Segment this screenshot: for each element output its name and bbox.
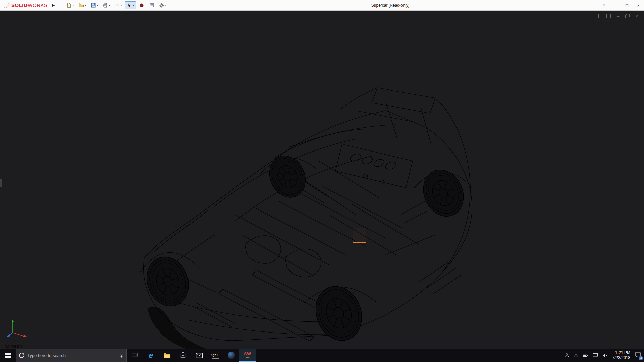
- taskbar-app-mail[interactable]: [191, 349, 207, 362]
- system-tray: 1:21 PM 7/23/2018 3: [561, 349, 644, 362]
- new-document-icon: [66, 3, 72, 8]
- options-dropdown-caret-icon[interactable]: ▾: [165, 4, 166, 7]
- print-dropdown-caret-icon[interactable]: ▾: [109, 4, 110, 7]
- wireframe-car-model: [0, 11, 644, 349]
- clock-time: 1:21 PM: [612, 350, 630, 355]
- sphere-app-icon: [228, 352, 235, 359]
- solidworks-wordmark: SOLIDWORKS: [11, 2, 48, 8]
- orientation-triad-icon: [6, 318, 30, 339]
- edge-icon: e: [149, 351, 153, 359]
- open-dropdown-caret-icon[interactable]: ▾: [85, 4, 86, 7]
- save-dropdown-caret-icon[interactable]: ▾: [97, 4, 98, 7]
- microphone-icon[interactable]: [119, 353, 124, 358]
- selection-rubber-band: [353, 228, 366, 243]
- display-pane-icon[interactable]: [606, 14, 611, 18]
- hidden-icons-chevron-icon[interactable]: [574, 354, 578, 357]
- gear-icon: [159, 3, 164, 8]
- windows-logo-icon: [5, 353, 11, 358]
- taskbar-app-solidworks-2017[interactable]: SW 2017: [239, 349, 256, 362]
- people-icon[interactable]: [564, 353, 569, 358]
- view-orientation-label: *Dimetric: [4, 344, 23, 349]
- search-input[interactable]: [27, 353, 117, 358]
- cortana-icon: [19, 353, 24, 358]
- select-tool-button[interactable]: ▾: [125, 1, 136, 9]
- app-titlebar: SOLIDWORKS ▶ ▾ ▾ ▾: [0, 0, 644, 11]
- start-button[interactable]: [0, 349, 16, 362]
- brand-works: WORKS: [28, 2, 47, 8]
- select-dropdown-caret-icon[interactable]: ▾: [133, 4, 134, 7]
- taskbar-app-store[interactable]: [175, 349, 191, 362]
- save-button[interactable]: ▾: [89, 1, 100, 9]
- document-title: Supercar [Read-only]: [371, 0, 409, 11]
- help-button[interactable]: ?: [598, 0, 610, 11]
- taskbar-app-solidworks-rx[interactable]: [223, 349, 239, 362]
- battery-icon[interactable]: [583, 354, 588, 357]
- options-button[interactable]: ▾: [157, 1, 168, 9]
- feature-tree-pane-icon[interactable]: [597, 14, 602, 18]
- wheel-front-right: [263, 150, 312, 203]
- minimize-window-button[interactable]: –: [610, 0, 621, 11]
- taskbar-clock[interactable]: 1:21 PM 7/23/2018: [612, 350, 630, 360]
- open-document-button[interactable]: ▾: [77, 1, 88, 9]
- mail-icon: [196, 353, 203, 358]
- wheel-rear-left: [309, 280, 369, 347]
- store-icon: [180, 352, 186, 358]
- save-floppy-icon: [91, 3, 96, 8]
- macro-record-button[interactable]: [137, 1, 146, 9]
- menu-flyout-arrow-icon[interactable]: ▶: [51, 3, 56, 8]
- undo-dropdown-caret-icon[interactable]: ▾: [121, 4, 122, 7]
- volume-muted-icon[interactable]: [602, 353, 608, 358]
- task-view-icon: [132, 353, 138, 358]
- close-window-button[interactable]: ×: [633, 0, 644, 11]
- print-icon: [103, 3, 108, 8]
- solidworks-ds-icon: [3, 2, 10, 9]
- solidworks-logo: SOLIDWORKS: [0, 2, 48, 9]
- sw-year: 2017: [245, 356, 250, 359]
- file-properties-button[interactable]: [147, 1, 156, 9]
- sw-letters: SW: [244, 352, 251, 356]
- wheel-front-left: [140, 251, 195, 312]
- print-button[interactable]: ▾: [101, 1, 112, 9]
- taskbar-app-edge[interactable]: e: [143, 349, 159, 362]
- new-dropdown-caret-icon[interactable]: ▾: [72, 4, 74, 7]
- maximize-window-button[interactable]: □: [621, 0, 633, 11]
- terminal-icon: &gt;_: [212, 352, 219, 359]
- new-document-button[interactable]: ▾: [65, 1, 75, 9]
- file-explorer-icon: [163, 352, 171, 358]
- file-properties-icon: [149, 3, 154, 8]
- task-view-button[interactable]: [127, 349, 143, 362]
- quick-access-toolbar: ▾ ▾ ▾ ▾: [65, 1, 168, 9]
- notification-badge: 3: [639, 356, 643, 360]
- action-center-button[interactable]: 3: [635, 352, 641, 359]
- open-folder-icon: [78, 3, 84, 8]
- taskbar-app-terminal[interactable]: &gt;_: [207, 349, 223, 362]
- collapsed-panel-tab[interactable]: [0, 179, 2, 187]
- brand-solid: SOLID: [11, 2, 28, 8]
- selection-cursor-cross-icon: [356, 247, 360, 251]
- graphics-viewport[interactable]: – × *Dimetric: [0, 11, 644, 349]
- record-dot-icon: [139, 3, 144, 8]
- doc-minimize-button[interactable]: –: [615, 14, 621, 18]
- taskbar-app-file-explorer[interactable]: [159, 349, 175, 362]
- document-window-controls: – ×: [597, 14, 639, 18]
- doc-restore-button[interactable]: [625, 14, 630, 18]
- window-controls: ? – □ ×: [598, 0, 644, 11]
- clock-date: 7/23/2018: [612, 355, 630, 360]
- windows-taskbar: e &gt;_ SW 2017: [0, 349, 644, 362]
- select-cursor-icon: [127, 3, 132, 8]
- undo-button[interactable]: ▾: [113, 1, 124, 9]
- network-icon[interactable]: [593, 353, 598, 357]
- solidworks-2017-icon: SW 2017: [244, 352, 251, 359]
- taskbar-search[interactable]: [16, 349, 127, 362]
- wheel-rear-right: [416, 164, 471, 223]
- doc-close-button[interactable]: ×: [634, 14, 639, 18]
- undo-arrow-icon: [115, 3, 120, 8]
